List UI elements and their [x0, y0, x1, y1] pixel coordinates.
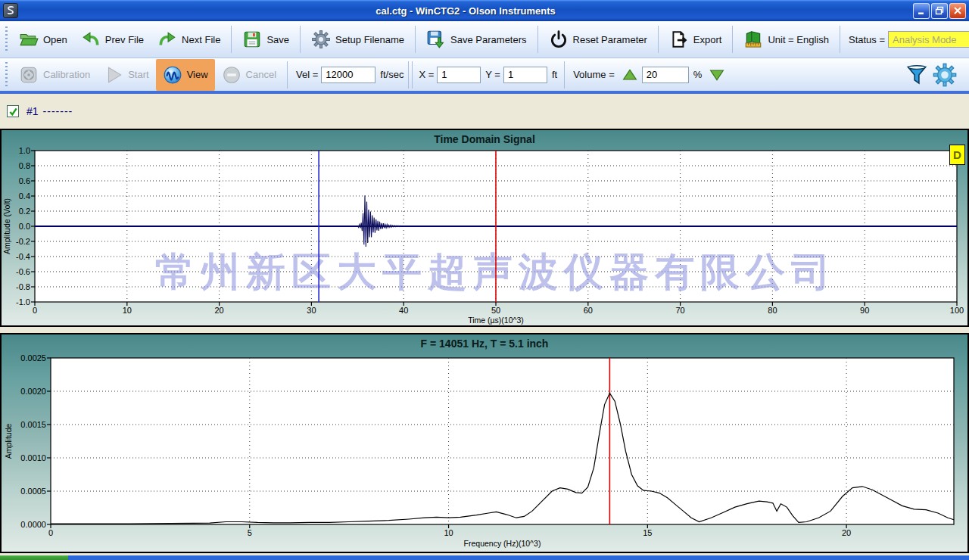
separator [732, 26, 733, 53]
settings-button[interactable] [931, 59, 964, 91]
setup-gear-icon [311, 30, 331, 49]
close-button[interactable] [949, 3, 966, 19]
save-button[interactable]: Save [235, 23, 296, 55]
view-label: View [187, 69, 208, 80]
calibration-icon [19, 65, 39, 85]
open-label: Open [43, 34, 67, 45]
prev-file-button[interactable]: Prev File [74, 23, 151, 55]
channel-1-checkbox[interactable] [7, 105, 19, 117]
svg-text:-0.4: -0.4 [16, 252, 30, 261]
unit-book-icon [743, 30, 763, 49]
time-domain-plot[interactable]: 1.00.80.60.40.20.0-0.2-0.4-0.6-0.8-1.001… [2, 130, 967, 325]
svg-text:30: 30 [307, 306, 316, 315]
reset-parameter-button[interactable]: Reset Parameter [542, 23, 654, 55]
save-label: Save [266, 34, 289, 45]
time-domain-chart: 1.00.80.60.40.20.0-0.2-0.4-0.6-0.8-1.001… [0, 129, 969, 327]
save-parameters-icon [426, 30, 446, 49]
svg-text:0.0025: 0.0025 [20, 353, 46, 362]
taskbar[interactable] [0, 555, 969, 560]
reset-power-icon [549, 30, 569, 49]
separator [658, 26, 659, 53]
svg-text:0.0010: 0.0010 [20, 453, 46, 462]
start-label: Start [128, 69, 148, 80]
svg-text:0.0015: 0.0015 [20, 420, 46, 429]
reset-parameter-label: Reset Parameter [573, 34, 647, 45]
svg-text:20: 20 [842, 528, 851, 537]
main-toolbar: Open Prev File Next File [0, 21, 969, 58]
volume-input[interactable] [642, 67, 689, 83]
status-field[interactable] [888, 31, 969, 48]
settings-gear-icon [933, 63, 957, 87]
svg-text:-0.8: -0.8 [16, 282, 30, 291]
svg-text:-1.0: -1.0 [16, 297, 30, 306]
svg-text:50: 50 [491, 306, 500, 315]
start-play-icon [104, 65, 123, 85]
frequency-spectrum-title: F = 14051 Hz, T = 5.1 inch [2, 338, 967, 350]
x-label: X = [419, 69, 434, 80]
svg-text:1.0: 1.0 [19, 146, 30, 155]
app-logo-icon [5, 5, 16, 16]
cancel-icon [222, 65, 241, 85]
check-icon [8, 107, 18, 117]
start-menu-button[interactable] [0, 555, 68, 560]
svg-text:Time (µs)(10^3): Time (µs)(10^3) [468, 316, 524, 325]
minimize-icon [917, 6, 926, 15]
volume-down-button[interactable] [709, 67, 724, 82]
y-input[interactable] [503, 67, 547, 83]
svg-text:60: 60 [584, 306, 593, 315]
calibration-button[interactable]: Calibration [12, 59, 97, 91]
save-parameters-button[interactable]: Save Parameters [419, 23, 533, 55]
vel-label: Vel = [296, 69, 318, 80]
svg-text:0.2: 0.2 [19, 207, 30, 216]
volume-label: Volume = [573, 69, 615, 80]
volume-up-button[interactable] [622, 67, 637, 82]
svg-text:10: 10 [444, 528, 453, 537]
frequency-spectrum-plot[interactable]: 0.00000.00050.00100.00150.00200.00250510… [2, 334, 967, 552]
svg-text:0.0000: 0.0000 [20, 520, 46, 529]
start-button[interactable]: Start [97, 59, 155, 91]
channel-row: #1 ------- [0, 94, 969, 129]
separator [300, 26, 301, 53]
cancel-button[interactable]: Cancel [215, 59, 283, 91]
separator [840, 26, 840, 53]
calibration-label: Calibration [43, 69, 90, 80]
setup-filename-button[interactable]: Setup Filename [304, 23, 411, 55]
toolbar-grip[interactable] [5, 26, 8, 52]
close-icon [953, 6, 962, 15]
export-icon [669, 30, 689, 49]
vel-input[interactable] [321, 67, 375, 83]
xy-unit-label: ft [552, 69, 557, 80]
next-file-label: Next File [182, 34, 220, 45]
minimize-button[interactable] [913, 3, 930, 19]
svg-text:-0.6: -0.6 [16, 267, 30, 276]
svg-text:Frequency (Hz)(10^3): Frequency (Hz)(10^3) [464, 539, 541, 548]
unit-label: Unit = English [768, 34, 829, 45]
toolbar-grip[interactable] [5, 62, 8, 88]
restore-button[interactable] [931, 3, 948, 19]
svg-text:20: 20 [214, 306, 223, 315]
x-input[interactable] [437, 67, 481, 83]
svg-text:0.6: 0.6 [19, 176, 30, 185]
window-title: cal.ctg - WinCTG2 - Olson Instruments [18, 5, 913, 17]
svg-text:Amplitude (Volt): Amplitude (Volt) [2, 198, 11, 254]
svg-text:70: 70 [675, 306, 684, 315]
volume-up-triangle-icon [622, 67, 637, 82]
separator [415, 26, 416, 53]
unit-button[interactable]: Unit = English [737, 23, 836, 55]
next-file-button[interactable]: Next File [151, 23, 227, 55]
export-label: Export [693, 34, 722, 45]
svg-text:0: 0 [48, 528, 53, 537]
vel-unit-label: ft/sec [380, 69, 403, 80]
view-button[interactable]: View [156, 59, 215, 91]
filter-button[interactable] [902, 59, 931, 91]
svg-text:0.0: 0.0 [19, 222, 30, 231]
filter-funnel-icon [905, 63, 928, 87]
prev-file-label: Prev File [105, 34, 144, 45]
export-button[interactable]: Export [662, 23, 729, 55]
control-toolbar: Calibration Start View [0, 58, 969, 94]
svg-text:Amplitude: Amplitude [4, 424, 13, 459]
prev-file-arrow-icon [81, 30, 101, 49]
open-button[interactable]: Open [12, 23, 74, 55]
svg-text:0: 0 [33, 306, 37, 315]
d-badge-button[interactable]: D [949, 145, 965, 165]
